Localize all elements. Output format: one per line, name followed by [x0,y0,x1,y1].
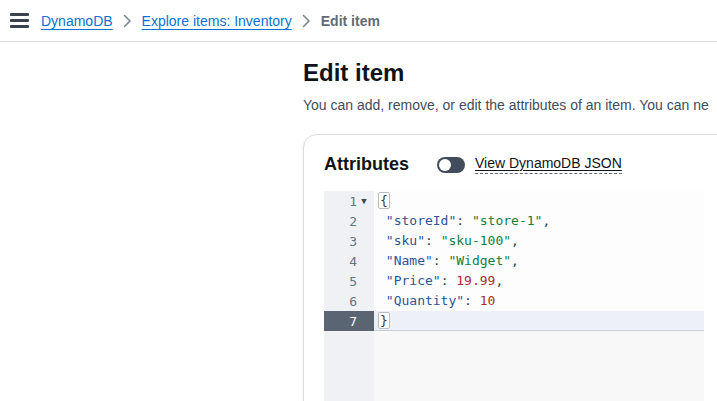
code-token: : [433,253,449,268]
line-number: 4 [324,251,374,271]
attributes-card-header: Attributes View DynamoDB JSON [304,135,717,175]
code-token: 19.99 [456,273,495,288]
editor-line[interactable]: "sku": "sku-100", [374,231,704,251]
line-number: 1▼ [324,191,374,211]
line-number: 5 [324,271,374,291]
chevron-right-icon [123,14,132,28]
code-token: , [511,253,519,268]
editor-line[interactable]: "Price": 19.99, [374,271,704,291]
editor-line[interactable]: } [374,311,704,331]
code-token: "sku-100" [441,233,511,248]
code-token: "Price" [386,273,441,288]
page-title: Edit item [303,58,717,87]
code-token [378,293,386,308]
page: { "breadcrumb": { "items": [ { "label": … [0,0,717,401]
editor-gutter: 1▼234567 [324,191,374,401]
line-number: 7 [324,311,374,331]
hamburger-menu-icon[interactable] [10,10,32,32]
code-token: "store-1" [472,213,542,228]
code-token: 10 [480,293,496,308]
matched-bracket: } [378,312,390,329]
code-token: "Name" [386,253,433,268]
code-token: : [425,233,441,248]
breadcrumb-bar: DynamoDB Explore items: Inventory Edit i… [0,0,717,42]
breadcrumb-link-dynamodb[interactable]: DynamoDB [41,13,113,29]
code-token: , [495,273,503,288]
matched-bracket: { [378,192,390,209]
json-editor[interactable]: 1▼234567 { "storeId": "store-1", "sku": … [324,191,704,401]
breadcrumb-link-explore-items[interactable]: Explore items: Inventory [142,13,292,29]
page-description: You can add, remove, or edit the attribu… [303,96,717,114]
chevron-right-icon [302,14,311,28]
code-token: : [464,293,480,308]
breadcrumb-current: Edit item [321,13,380,29]
line-number: 6 [324,291,374,311]
toggle-knob [439,159,451,171]
code-token: "Widget" [448,253,511,268]
code-token: "storeId" [386,213,456,228]
attributes-card: Attributes View DynamoDB JSON 1▼234567 {… [303,134,717,401]
fold-triangle-down-icon[interactable]: ▼ [357,191,371,211]
json-view-toggle-group: View DynamoDB JSON [437,155,622,174]
code-token: : [441,273,457,288]
code-token: , [511,233,519,248]
json-view-toggle[interactable] [437,157,465,173]
main-content: Edit item You can add, remove, or edit t… [0,58,717,401]
line-number: 2 [324,211,374,231]
editor-line[interactable]: "Name": "Widget", [374,251,704,271]
json-view-toggle-label[interactable]: View DynamoDB JSON [475,155,622,174]
code-token: : [456,213,472,228]
code-token [378,233,386,248]
editor-code[interactable]: { "storeId": "store-1", "sku": "sku-100"… [374,191,704,401]
breadcrumb: DynamoDB Explore items: Inventory Edit i… [41,13,380,29]
line-number: 3 [324,231,374,251]
code-token [378,253,386,268]
code-token: "sku" [386,233,425,248]
card-heading: Attributes [324,154,409,175]
code-token [378,213,386,228]
code-token [378,273,386,288]
editor-line[interactable]: "Quantity": 10 [374,291,704,311]
code-token: , [542,213,550,228]
editor-line[interactable]: { [374,191,704,211]
editor-line[interactable]: "storeId": "store-1", [374,211,704,231]
code-token: "Quantity" [386,293,464,308]
